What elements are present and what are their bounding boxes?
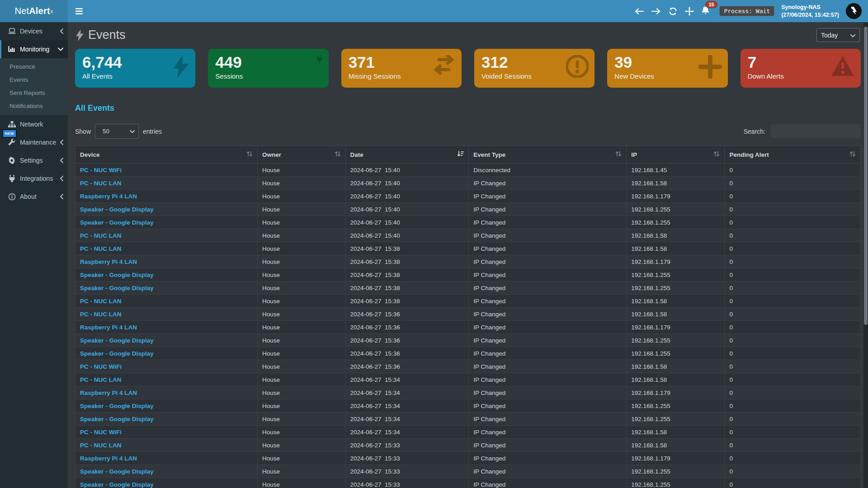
- all-events-heading[interactable]: All Events: [75, 103, 861, 113]
- column-label: Device: [80, 151, 100, 158]
- stat-card-all-events[interactable]: 6,744All Events: [75, 49, 195, 88]
- sidebar-toggle-button[interactable]: [68, 0, 90, 22]
- stat-card-new-devices[interactable]: 39New Devices: [607, 49, 727, 88]
- sidebar-item-about[interactable]: About: [0, 188, 68, 206]
- device-link[interactable]: PC - NUC LAN: [80, 180, 122, 187]
- cell-date: 2024-06-27 15:40: [345, 164, 469, 177]
- cell-event-type: IP Changed: [469, 413, 627, 426]
- events-table: DeviceOwnerDateEvent TypeIPPending Alert…: [75, 145, 861, 488]
- event-date: 2024-06-27: [350, 429, 382, 436]
- device-link[interactable]: PC - NUC LAN: [80, 376, 122, 383]
- entries-label: entries: [143, 128, 162, 135]
- device-link[interactable]: Speaker - Google Display: [80, 219, 154, 226]
- stat-card-sessions[interactable]: 449Sessions: [208, 49, 328, 88]
- exchange-icon: [432, 55, 456, 77]
- period-select[interactable]: Today: [816, 28, 860, 42]
- forward-button[interactable]: [651, 6, 661, 16]
- sidebar-item-integrations[interactable]: Integrations: [0, 169, 68, 188]
- stat-cards: 6,744All Events449Sessions371Missing Ses…: [75, 49, 861, 88]
- device-link[interactable]: PC - NUC WiFi: [80, 363, 122, 370]
- device-link[interactable]: Speaker - Google Display: [80, 337, 154, 344]
- search-input[interactable]: [770, 124, 861, 138]
- cell-date: 2024-06-27 15:40: [345, 203, 469, 216]
- sidebar-item-maintenance[interactable]: NEWMaintenance: [0, 133, 68, 151]
- column-header-ip[interactable]: IP: [627, 146, 725, 164]
- column-header-event-type[interactable]: Event Type: [469, 146, 627, 164]
- page-header: Events Today: [75, 22, 861, 47]
- process-status-badge: Process: Wait: [719, 6, 774, 16]
- event-date: 2024-06-27: [350, 206, 382, 213]
- sidebar-subitem-sent-reports[interactable]: Sent Reports: [0, 86, 68, 99]
- sort-icon: [615, 151, 622, 158]
- device-link[interactable]: Raspberry Pi 4 LAN: [80, 324, 137, 331]
- sidebar-item-settings[interactable]: Settings: [0, 151, 68, 169]
- cell-device: Raspberry Pi 4 LAN: [75, 255, 258, 268]
- user-avatar[interactable]: [846, 3, 862, 19]
- event-time: 15:33: [385, 455, 400, 462]
- device-link[interactable]: Speaker - Google Display: [80, 272, 154, 278]
- cell-owner: House: [257, 334, 345, 347]
- sidebar-subitem-presence[interactable]: Presence: [0, 60, 68, 73]
- device-link[interactable]: Raspberry Pi 4 LAN: [80, 193, 137, 200]
- cell-event-type: IP Changed: [469, 255, 627, 268]
- cell-pending-alert: 0: [725, 334, 861, 347]
- stat-card-voided-sessions[interactable]: 312Voided Sessions: [474, 49, 594, 88]
- sidebar-item-devices[interactable]: Devices: [0, 22, 68, 40]
- table-row: PC - NUC WiFiHouse2024-06-27 15:34IP Cha…: [75, 426, 861, 439]
- sidebar-subitem-notifications[interactable]: Notifications: [0, 99, 68, 113]
- device-link[interactable]: Speaker - Google Display: [80, 206, 154, 213]
- device-link[interactable]: Raspberry Pi 4 LAN: [80, 389, 137, 396]
- device-link[interactable]: Speaker - Google Display: [80, 416, 154, 422]
- table-row: Speaker - Google DisplayHouse2024-06-27 …: [75, 347, 861, 360]
- back-button[interactable]: [634, 6, 644, 16]
- sort-icon: [849, 151, 856, 158]
- app-logo[interactable]: NetAlertx: [0, 0, 68, 22]
- refresh-button[interactable]: [668, 6, 678, 16]
- device-link[interactable]: Speaker - Google Display: [80, 468, 154, 475]
- notifications-button[interactable]: 15: [701, 6, 710, 17]
- sidebar-item-monitoring[interactable]: Monitoring: [0, 40, 68, 58]
- bolt-icon: [76, 29, 84, 41]
- search-box: Search:: [744, 124, 861, 138]
- device-link[interactable]: Speaker - Google Display: [80, 481, 154, 488]
- brand-text-bold: Alert: [29, 6, 50, 16]
- sidebar: DevicesMonitoringPresenceEventsSent Repo…: [0, 22, 68, 488]
- page-length-select[interactable]: 50: [95, 124, 139, 139]
- cell-date: 2024-06-27 15:34: [345, 373, 469, 386]
- cell-pending-alert: 0: [725, 399, 861, 413]
- device-link[interactable]: PC - NUC WiFi: [80, 429, 122, 436]
- column-header-device[interactable]: Device: [75, 146, 258, 164]
- column-header-date[interactable]: Date: [345, 146, 469, 164]
- device-link[interactable]: Speaker - Google Display: [80, 403, 154, 409]
- column-header-owner[interactable]: Owner: [257, 146, 345, 164]
- pan-mode-button[interactable]: [684, 6, 694, 16]
- column-header-pending-alert[interactable]: Pending Alert: [725, 146, 861, 164]
- device-link[interactable]: PC - NUC LAN: [80, 442, 122, 449]
- monitoring-submenu: PresenceEventsSent ReportsNotifications: [0, 58, 68, 115]
- device-link[interactable]: PC - NUC LAN: [80, 245, 122, 252]
- device-link[interactable]: PC - NUC LAN: [80, 311, 122, 318]
- stat-card-down-alerts[interactable]: 7Down Alerts: [741, 49, 861, 88]
- cell-date: 2024-06-27 15:33: [345, 452, 469, 465]
- event-date: 2024-06-27: [350, 468, 382, 475]
- stat-card-missing-sessions[interactable]: 371Missing Sessions: [341, 49, 462, 88]
- device-link[interactable]: Speaker - Google Display: [80, 285, 154, 291]
- device-link[interactable]: PC - NUC LAN: [80, 298, 122, 305]
- cell-device: Raspberry Pi 4 LAN: [75, 452, 258, 465]
- cell-ip: 192.168.1.179: [627, 255, 725, 268]
- cell-event-type: IP Changed: [469, 190, 627, 203]
- table-controls: Show 50 entries Search:: [75, 124, 861, 139]
- cell-date: 2024-06-27 15:34: [345, 413, 469, 426]
- device-link[interactable]: Raspberry Pi 4 LAN: [80, 258, 137, 265]
- device-link[interactable]: PC - NUC WiFi: [80, 167, 122, 174]
- device-link[interactable]: Raspberry Pi 4 LAN: [80, 455, 137, 462]
- cell-ip: 192.168.1.255: [627, 282, 725, 295]
- device-link[interactable]: PC - NUC LAN: [80, 232, 122, 239]
- table-row: Raspberry Pi 4 LANHouse2024-06-27 15:38I…: [75, 255, 861, 268]
- sidebar-subitem-events[interactable]: Events: [0, 73, 68, 86]
- info-icon: [7, 193, 16, 200]
- scrollbar-thumb[interactable]: [864, 27, 868, 325]
- stat-value: 449: [215, 53, 321, 71]
- device-link[interactable]: Speaker - Google Display: [80, 350, 154, 357]
- table-row: PC - NUC LANHouse2024-06-27 15:40IP Chan…: [75, 177, 861, 190]
